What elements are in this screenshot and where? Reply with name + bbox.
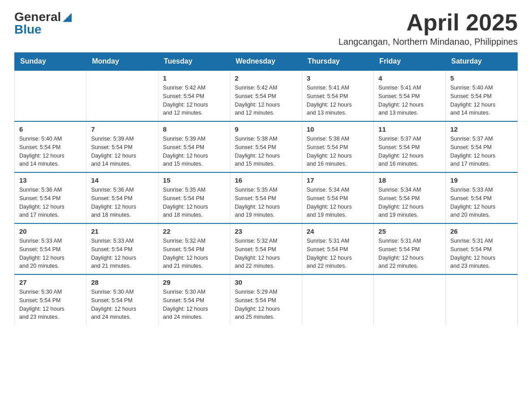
calendar-cell: 20Sunrise: 5:33 AM Sunset: 5:54 PM Dayli…	[15, 223, 86, 274]
day-number: 16	[235, 176, 297, 184]
calendar-cell: 30Sunrise: 5:29 AM Sunset: 5:54 PM Dayli…	[230, 274, 302, 325]
calendar-cell: 19Sunrise: 5:33 AM Sunset: 5:54 PM Dayli…	[446, 172, 517, 223]
day-number: 9	[235, 125, 297, 133]
calendar-cell	[374, 274, 446, 325]
week-row-4: 20Sunrise: 5:33 AM Sunset: 5:54 PM Dayli…	[15, 223, 518, 274]
day-info: Sunrise: 5:30 AM Sunset: 5:54 PM Dayligh…	[91, 288, 153, 321]
day-info: Sunrise: 5:42 AM Sunset: 5:54 PM Dayligh…	[235, 84, 297, 117]
day-info: Sunrise: 5:34 AM Sunset: 5:54 PM Dayligh…	[378, 186, 441, 219]
day-number: 13	[19, 176, 82, 184]
day-info: Sunrise: 5:33 AM Sunset: 5:54 PM Dayligh…	[450, 186, 513, 219]
day-info: Sunrise: 5:37 AM Sunset: 5:54 PM Dayligh…	[378, 135, 441, 168]
week-row-5: 27Sunrise: 5:30 AM Sunset: 5:54 PM Dayli…	[15, 274, 518, 325]
calendar-cell: 13Sunrise: 5:36 AM Sunset: 5:54 PM Dayli…	[15, 172, 86, 223]
day-number: 18	[378, 176, 441, 184]
calendar-cell: 29Sunrise: 5:30 AM Sunset: 5:54 PM Dayli…	[158, 274, 230, 325]
calendar-cell: 6Sunrise: 5:40 AM Sunset: 5:54 PM Daylig…	[15, 121, 86, 172]
calendar-header: SundayMondayTuesdayWednesdayThursdayFrid…	[15, 53, 518, 71]
day-number: 10	[307, 125, 369, 133]
day-number: 6	[19, 125, 82, 133]
calendar-cell: 1Sunrise: 5:42 AM Sunset: 5:54 PM Daylig…	[158, 70, 230, 121]
calendar-cell: 15Sunrise: 5:35 AM Sunset: 5:54 PM Dayli…	[158, 172, 230, 223]
calendar-cell: 7Sunrise: 5:39 AM Sunset: 5:54 PM Daylig…	[86, 121, 158, 172]
day-number: 26	[450, 227, 513, 235]
day-number: 24	[307, 227, 369, 235]
day-info: Sunrise: 5:40 AM Sunset: 5:54 PM Dayligh…	[450, 84, 513, 117]
calendar-cell	[86, 70, 158, 121]
day-number: 2	[235, 74, 297, 82]
calendar-cell: 8Sunrise: 5:39 AM Sunset: 5:54 PM Daylig…	[158, 121, 230, 172]
day-info: Sunrise: 5:36 AM Sunset: 5:54 PM Dayligh…	[19, 186, 82, 219]
day-info: Sunrise: 5:39 AM Sunset: 5:54 PM Dayligh…	[91, 135, 153, 168]
day-info: Sunrise: 5:37 AM Sunset: 5:54 PM Dayligh…	[450, 135, 513, 168]
day-info: Sunrise: 5:41 AM Sunset: 5:54 PM Dayligh…	[307, 84, 369, 117]
calendar-cell: 16Sunrise: 5:35 AM Sunset: 5:54 PM Dayli…	[230, 172, 302, 223]
day-number: 12	[450, 125, 513, 133]
calendar-table: SundayMondayTuesdayWednesdayThursdayFrid…	[14, 52, 518, 325]
day-number: 20	[19, 227, 82, 235]
day-info: Sunrise: 5:40 AM Sunset: 5:54 PM Dayligh…	[19, 135, 82, 168]
day-info: Sunrise: 5:30 AM Sunset: 5:54 PM Dayligh…	[19, 288, 82, 321]
calendar-cell: 22Sunrise: 5:32 AM Sunset: 5:54 PM Dayli…	[158, 223, 230, 274]
header-day-monday: Monday	[86, 53, 158, 71]
calendar-cell: 18Sunrise: 5:34 AM Sunset: 5:54 PM Dayli…	[374, 172, 446, 223]
calendar-cell: 27Sunrise: 5:30 AM Sunset: 5:54 PM Dayli…	[15, 274, 86, 325]
header-day-friday: Friday	[374, 53, 446, 71]
day-number: 7	[91, 125, 153, 133]
logo: General Blue	[14, 11, 72, 36]
day-number: 21	[91, 227, 153, 235]
day-number: 1	[163, 74, 225, 82]
day-info: Sunrise: 5:36 AM Sunset: 5:54 PM Dayligh…	[91, 186, 153, 219]
calendar-cell: 3Sunrise: 5:41 AM Sunset: 5:54 PM Daylig…	[302, 70, 373, 121]
day-number: 14	[91, 176, 153, 184]
day-number: 5	[450, 74, 513, 82]
day-info: Sunrise: 5:31 AM Sunset: 5:54 PM Dayligh…	[307, 237, 369, 270]
week-row-1: 1Sunrise: 5:42 AM Sunset: 5:54 PM Daylig…	[15, 70, 518, 121]
day-info: Sunrise: 5:32 AM Sunset: 5:54 PM Dayligh…	[163, 237, 225, 270]
week-row-3: 13Sunrise: 5:36 AM Sunset: 5:54 PM Dayli…	[15, 172, 518, 223]
day-number: 30	[235, 278, 297, 286]
calendar-cell: 12Sunrise: 5:37 AM Sunset: 5:54 PM Dayli…	[446, 121, 517, 172]
day-info: Sunrise: 5:30 AM Sunset: 5:54 PM Dayligh…	[163, 288, 225, 321]
week-row-2: 6Sunrise: 5:40 AM Sunset: 5:54 PM Daylig…	[15, 121, 518, 172]
day-number: 23	[235, 227, 297, 235]
day-info: Sunrise: 5:38 AM Sunset: 5:54 PM Dayligh…	[307, 135, 369, 168]
month-title: April 2025	[339, 11, 518, 34]
calendar-cell: 14Sunrise: 5:36 AM Sunset: 5:54 PM Dayli…	[86, 172, 158, 223]
day-info: Sunrise: 5:38 AM Sunset: 5:54 PM Dayligh…	[235, 135, 297, 168]
day-number: 17	[307, 176, 369, 184]
calendar-cell: 17Sunrise: 5:34 AM Sunset: 5:54 PM Dayli…	[302, 172, 373, 223]
day-number: 8	[163, 125, 225, 133]
day-info: Sunrise: 5:31 AM Sunset: 5:54 PM Dayligh…	[450, 237, 513, 270]
header-day-wednesday: Wednesday	[230, 53, 302, 71]
day-number: 15	[163, 176, 225, 184]
day-info: Sunrise: 5:33 AM Sunset: 5:54 PM Dayligh…	[19, 237, 82, 270]
day-info: Sunrise: 5:39 AM Sunset: 5:54 PM Dayligh…	[163, 135, 225, 168]
header-day-saturday: Saturday	[446, 53, 517, 71]
location-title: Langcangan, Northern Mindanao, Philippin…	[339, 37, 518, 47]
title-area: April 2025 Langcangan, Northern Mindanao…	[339, 11, 518, 47]
day-number: 3	[307, 74, 369, 82]
header-day-thursday: Thursday	[302, 53, 373, 71]
day-number: 28	[91, 278, 153, 286]
calendar-cell: 4Sunrise: 5:41 AM Sunset: 5:54 PM Daylig…	[374, 70, 446, 121]
calendar-cell: 21Sunrise: 5:33 AM Sunset: 5:54 PM Dayli…	[86, 223, 158, 274]
calendar-cell: 5Sunrise: 5:40 AM Sunset: 5:54 PM Daylig…	[446, 70, 517, 121]
calendar-cell	[446, 274, 517, 325]
logo-blue-text: Blue	[14, 23, 42, 36]
day-info: Sunrise: 5:33 AM Sunset: 5:54 PM Dayligh…	[91, 237, 153, 270]
calendar-cell: 9Sunrise: 5:38 AM Sunset: 5:54 PM Daylig…	[230, 121, 302, 172]
calendar-cell: 2Sunrise: 5:42 AM Sunset: 5:54 PM Daylig…	[230, 70, 302, 121]
day-number: 29	[163, 278, 225, 286]
header-day-sunday: Sunday	[15, 53, 86, 71]
day-number: 4	[378, 74, 441, 82]
day-info: Sunrise: 5:35 AM Sunset: 5:54 PM Dayligh…	[163, 186, 225, 219]
calendar-cell: 11Sunrise: 5:37 AM Sunset: 5:54 PM Dayli…	[374, 121, 446, 172]
day-info: Sunrise: 5:29 AM Sunset: 5:54 PM Dayligh…	[235, 288, 297, 321]
day-info: Sunrise: 5:34 AM Sunset: 5:54 PM Dayligh…	[307, 186, 369, 219]
calendar-cell	[302, 274, 373, 325]
day-info: Sunrise: 5:35 AM Sunset: 5:54 PM Dayligh…	[235, 186, 297, 219]
calendar-body: 1Sunrise: 5:42 AM Sunset: 5:54 PM Daylig…	[15, 70, 518, 325]
svg-marker-0	[63, 13, 72, 22]
day-info: Sunrise: 5:32 AM Sunset: 5:54 PM Dayligh…	[235, 237, 297, 270]
